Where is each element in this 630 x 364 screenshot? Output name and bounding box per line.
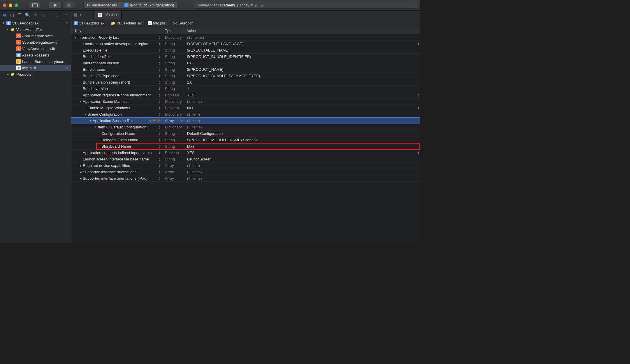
stepper-icon[interactable]: ▴▾: [159, 125, 161, 129]
plist-type-cell[interactable]: String: [162, 143, 184, 149]
stepper-icon[interactable]: ▴▾: [159, 74, 161, 78]
plist-value-cell[interactable]: (1 item): [184, 111, 420, 117]
plist-value-cell[interactable]: LaunchScreen: [184, 156, 420, 162]
plist-type-cell[interactable]: Array▴▾: [162, 118, 184, 124]
plist-type-cell[interactable]: Array: [162, 162, 184, 169]
plist-type-cell[interactable]: String: [162, 79, 184, 85]
plist-value-cell[interactable]: $(EXECUTABLE_NAME): [184, 47, 420, 53]
plist-key-cell[interactable]: Storyboard Name▴▾: [71, 143, 162, 149]
plist-key-cell[interactable]: ▶Supported interface orientations (iPad)…: [71, 175, 162, 181]
tree-file[interactable]: s ViewController.swift: [0, 45, 71, 52]
plist-row[interactable]: Delegate Class Name▴▾String$(PRODUCT_MOD…: [71, 137, 420, 143]
plist-row[interactable]: Storyboard Name▴▾StringMain: [71, 143, 420, 150]
run-button[interactable]: [49, 2, 62, 9]
plist-row[interactable]: Enable Multiple Windows▴▾BooleanNO▴▾: [71, 105, 420, 111]
column-header-key[interactable]: Key: [71, 27, 162, 34]
plist-row[interactable]: Bundle identifier▴▾String$(PRODUCT_BUNDL…: [71, 54, 420, 60]
stepper-icon[interactable]: ▴▾: [159, 176, 161, 181]
plist-type-cell[interactable]: String: [162, 54, 184, 60]
stepper-icon[interactable]: ▴▾: [159, 164, 161, 168]
plist-type-cell[interactable]: Boolean: [162, 105, 184, 111]
find-navigator-icon[interactable]: 🔍: [25, 12, 30, 17]
test-navigator-icon[interactable]: ◇: [41, 12, 46, 17]
disclosure-icon[interactable]: ▼: [74, 36, 77, 39]
plist-key-cell[interactable]: ▼Application Scene Manifest▴▾: [71, 98, 162, 105]
fullscreen-window-icon[interactable]: [15, 3, 18, 7]
stepper-icon[interactable]: ▴▾: [418, 151, 419, 155]
stepper-icon[interactable]: ▴▾: [149, 119, 151, 123]
forward-button[interactable]: ›: [83, 13, 85, 17]
plist-value-cell[interactable]: 1: [184, 86, 420, 92]
report-navigator-icon[interactable]: ▭: [64, 12, 69, 17]
issue-navigator-icon[interactable]: ⚠: [33, 12, 38, 17]
plist-value-cell[interactable]: $(PRODUCT_NAME): [184, 66, 420, 73]
plist-row[interactable]: Application requires iPhone environment▴…: [71, 92, 420, 98]
plist-value-cell[interactable]: (15 items): [184, 34, 420, 40]
stepper-icon[interactable]: ▴▾: [159, 93, 161, 97]
stepper-icon[interactable]: ▴▾: [159, 144, 161, 149]
plist-value-cell[interactable]: (1 item): [184, 118, 420, 124]
plist-key-cell[interactable]: Launch screen interface file base name▴▾: [71, 156, 162, 162]
plist-type-cell[interactable]: String: [162, 60, 184, 66]
plist-value-cell[interactable]: 6.0: [184, 60, 420, 66]
disclosure-icon[interactable]: ▼: [2, 22, 5, 24]
plist-key-cell[interactable]: Bundle identifier▴▾: [71, 54, 162, 60]
tree-file[interactable]: s SceneDelegate.swift: [0, 39, 71, 45]
plist-row[interactable]: Configuration Name▴▾StringDefault Config…: [71, 130, 420, 137]
jump-segment[interactable]: No Selection: [173, 21, 193, 25]
tree-folder[interactable]: ▼ 📁 ValueAddedTax: [0, 26, 71, 33]
plist-row[interactable]: ▶Supported interface orientations▴▾Array…: [71, 169, 420, 175]
plist-key-cell[interactable]: InfoDictionary version▴▾: [71, 60, 162, 66]
plist-type-cell[interactable]: String: [162, 156, 184, 162]
plist-value-cell[interactable]: NO▴▾: [184, 105, 420, 111]
plist-type-cell[interactable]: String: [162, 41, 184, 47]
stepper-icon[interactable]: ▴▾: [159, 138, 161, 142]
stepper-icon[interactable]: ▴▾: [159, 151, 161, 155]
plist-type-cell[interactable]: String: [162, 73, 184, 79]
stepper-icon[interactable]: ▴▾: [418, 93, 419, 97]
plist-value-cell[interactable]: 1.0: [184, 79, 420, 85]
tree-file[interactable]: s AppDelegate.swift: [0, 33, 71, 39]
plist-row[interactable]: ▼Item 0 (Default Configuration)▴▾Diction…: [71, 124, 420, 130]
disclosure-icon[interactable]: ▶: [6, 73, 9, 76]
plist-key-cell[interactable]: ▼Information Property List▴▾: [71, 34, 162, 40]
plist-value-cell[interactable]: $(PRODUCT_BUNDLE_PACKAGE_TYPE): [184, 73, 420, 79]
stepper-icon[interactable]: ▴▾: [159, 112, 161, 116]
back-button[interactable]: ‹: [80, 13, 81, 17]
stop-button[interactable]: [62, 2, 75, 9]
jump-segment[interactable]: Info.plist: [153, 21, 167, 25]
disclosure-icon[interactable]: ▶: [79, 177, 82, 180]
stepper-icon[interactable]: ▴▾: [159, 80, 161, 84]
scheme-selector[interactable]: ⚙︎ ValueAddedTax 〉 iPod touch (7th gener…: [83, 2, 177, 9]
column-header-type[interactable]: Type: [162, 27, 184, 34]
breakpoint-navigator-icon[interactable]: ⬚: [57, 12, 61, 17]
plist-type-cell[interactable]: Dictionary: [162, 34, 184, 40]
stepper-icon[interactable]: ▴▾: [159, 68, 161, 72]
plist-key-cell[interactable]: Localization native development region▴▾: [71, 41, 162, 47]
plist-key-cell[interactable]: Delegate Class Name▴▾: [71, 137, 162, 143]
plist-row[interactable]: ▼Information Property List▴▾Dictionary(1…: [71, 34, 420, 41]
plist-key-cell[interactable]: Bundle version▴▾: [71, 86, 162, 92]
stepper-icon[interactable]: ▴▾: [159, 42, 161, 46]
plist-value-cell[interactable]: YES▴▾: [184, 92, 420, 98]
jump-bar[interactable]: ◧ ValueAddedTax 〉 📁 ValueAddedTax 〉 ≡ In…: [71, 19, 420, 27]
plist-row[interactable]: ▼Application Scene Manifest▴▾Dictionary(…: [71, 98, 420, 105]
stepper-icon[interactable]: ▴▾: [159, 100, 161, 104]
stepper-icon[interactable]: ▴▾: [159, 106, 161, 110]
stepper-icon[interactable]: ▴▾: [159, 132, 161, 136]
stepper-icon[interactable]: ▴▾: [159, 55, 161, 59]
minimize-window-icon[interactable]: [9, 3, 12, 7]
plist-row[interactable]: InfoDictionary version▴▾String6.0: [71, 60, 420, 66]
plist-key-cell[interactable]: ▼Item 0 (Default Configuration)▴▾: [71, 124, 162, 130]
plist-value-cell[interactable]: (3 items): [184, 124, 420, 130]
plist-row[interactable]: Executable file▴▾String$(EXECUTABLE_NAME…: [71, 47, 420, 54]
plist-key-cell[interactable]: Application requires iPhone environment▴…: [71, 92, 162, 98]
jump-segment[interactable]: ValueAddedTax: [117, 21, 142, 25]
plist-value-cell[interactable]: (1 item): [184, 162, 420, 169]
related-items-icon[interactable]: ▦: [74, 13, 78, 17]
column-header-value[interactable]: Value: [184, 27, 420, 34]
plist-value-cell[interactable]: (4 items): [184, 175, 420, 181]
disclosure-icon[interactable]: ▼: [79, 100, 82, 103]
plist-key-cell[interactable]: Bundle OS Type code▴▾: [71, 73, 162, 79]
tab-infoplist[interactable]: ≡ Info.plist: [94, 10, 122, 19]
